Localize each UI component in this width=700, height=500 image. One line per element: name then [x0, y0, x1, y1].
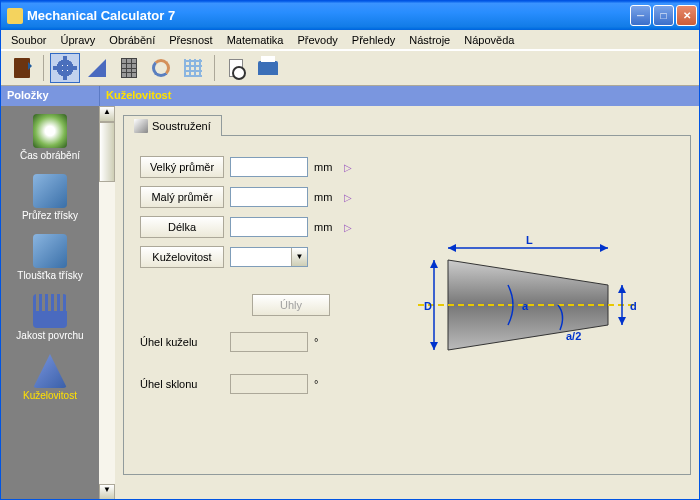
exit-button[interactable] [7, 53, 37, 83]
window-title: Mechanical Calculator 7 [27, 8, 630, 23]
content-header: Kuželovitost [99, 86, 699, 106]
grid-icon [184, 59, 202, 77]
input-delka[interactable] [230, 217, 308, 237]
calculator-icon [121, 58, 137, 78]
print-button[interactable] [253, 53, 283, 83]
menu-napoveda[interactable]: Nápověda [458, 32, 520, 48]
menu-prehledy[interactable]: Přehledy [346, 32, 401, 48]
svg-text:L: L [526, 234, 533, 246]
minimize-button[interactable]: ─ [630, 5, 651, 26]
diagram-svg: L D d a a/2 [408, 230, 648, 380]
chevron-down-icon[interactable]: ▼ [291, 248, 307, 266]
label-uhel-sklonu: Úhel sklonu [140, 378, 224, 390]
menu-presnost[interactable]: Přesnost [163, 32, 218, 48]
scroll-down-button[interactable]: ▼ [99, 484, 115, 500]
printer-icon [258, 61, 278, 75]
clock-icon [33, 114, 67, 148]
sidebar-item-label: Průřez třísky [7, 210, 93, 222]
preview-button[interactable] [221, 53, 251, 83]
menu-nastroje[interactable]: Nástroje [403, 32, 456, 48]
app-icon [7, 8, 23, 24]
workspace: Čas obrábění Průřez třísky Tloušťka třís… [1, 106, 699, 500]
sidebar-item-jakost-povrchu[interactable]: Jakost povrchu [7, 290, 93, 350]
cone-diagram: L D d a a/2 [382, 156, 674, 454]
sidebar: Čas obrábění Průřez třísky Tloušťka třís… [1, 106, 99, 500]
thickness-icon [33, 234, 67, 268]
row-uhly: Úhly [140, 294, 352, 316]
label-delka[interactable]: Délka [140, 216, 224, 238]
separator [43, 55, 44, 81]
tab-label: Soustružení [152, 120, 211, 132]
scroll-thumb[interactable] [99, 122, 115, 182]
preview-icon [229, 59, 243, 77]
scroll-up-button[interactable]: ▲ [99, 106, 115, 122]
row-uhel-sklonu: Úhel sklonu ° [140, 374, 352, 394]
menu-obrabeni[interactable]: Obrábění [103, 32, 161, 48]
gear-icon [55, 58, 75, 78]
output-uhel-sklonu [230, 374, 308, 394]
section-icon [33, 174, 67, 208]
play-icon[interactable]: ▷ [344, 192, 352, 203]
sidebar-item-kuzelovitost[interactable]: Kuželovitost [7, 350, 93, 410]
angle-tool-button[interactable] [82, 53, 112, 83]
panel-header: Položky Kuželovitost [1, 86, 699, 106]
play-icon[interactable]: ▷ [344, 222, 352, 233]
input-form: Velký průměr mm ▷ Malý průměr mm ▷ Délka… [140, 156, 352, 454]
sidebar-header: Položky [1, 86, 99, 106]
label-maly-prumer[interactable]: Malý průměr [140, 186, 224, 208]
main-panel: Soustružení Velký průměr mm ▷ Malý průmě… [115, 106, 699, 500]
unit-mm: mm [314, 191, 338, 203]
input-velky-prumer[interactable] [230, 157, 308, 177]
separator [214, 55, 215, 81]
scroll-track[interactable] [99, 122, 115, 484]
window-buttons: ─ □ ✕ [630, 5, 697, 26]
grid-button[interactable] [178, 53, 208, 83]
menubar: Soubor Úpravy Obrábění Přesnost Matemati… [1, 30, 699, 50]
label-kuzelovitost[interactable]: Kuželovitost [140, 246, 224, 268]
svg-text:a/2: a/2 [566, 330, 581, 342]
unit-mm: mm [314, 221, 338, 233]
label-velky-prumer[interactable]: Velký průměr [140, 156, 224, 178]
cone-icon [33, 354, 67, 388]
input-maly-prumer[interactable] [230, 187, 308, 207]
settings-button[interactable] [50, 53, 80, 83]
maximize-button[interactable]: □ [653, 5, 674, 26]
toolbar [1, 50, 699, 86]
row-maly-prumer: Malý průměr mm ▷ [140, 186, 352, 208]
sidebar-item-prurez-trisky[interactable]: Průřez třísky [7, 170, 93, 230]
svg-marker-12 [618, 317, 626, 325]
tab-icon [134, 119, 148, 133]
combo-value [231, 248, 291, 266]
svg-marker-7 [430, 260, 438, 268]
row-delka: Délka mm ▷ [140, 216, 352, 238]
sidebar-scrollbar[interactable]: ▲ ▼ [99, 106, 115, 500]
surface-icon [33, 294, 67, 328]
sidebar-item-label: Jakost povrchu [7, 330, 93, 342]
svg-marker-8 [430, 342, 438, 350]
refresh-button[interactable] [146, 53, 176, 83]
button-uhly[interactable]: Úhly [252, 294, 330, 316]
svg-marker-11 [618, 285, 626, 293]
triangle-icon [88, 59, 106, 77]
unit-deg: ° [314, 378, 338, 390]
sidebar-item-cas-obrabeni[interactable]: Čas obrábění [7, 110, 93, 170]
play-icon[interactable]: ▷ [344, 162, 352, 173]
unit-deg: ° [314, 336, 338, 348]
row-kuzelovitost: Kuželovitost ▼ [140, 246, 352, 268]
calculator-button[interactable] [114, 53, 144, 83]
unit-mm: mm [314, 161, 338, 173]
combo-kuzelovitost[interactable]: ▼ [230, 247, 308, 267]
menu-matematika[interactable]: Matematika [221, 32, 290, 48]
menu-upravy[interactable]: Úpravy [54, 32, 101, 48]
menu-soubor[interactable]: Soubor [5, 32, 52, 48]
tab-soustruzeni[interactable]: Soustružení [123, 115, 222, 136]
refresh-icon [152, 59, 170, 77]
close-button[interactable]: ✕ [676, 5, 697, 26]
row-uhel-kuzelu: Úhel kuželu ° [140, 332, 352, 352]
sidebar-item-label: Kuželovitost [7, 390, 93, 402]
menu-prevody[interactable]: Převody [291, 32, 343, 48]
sidebar-item-tloustka-trisky[interactable]: Tloušťka třísky [7, 230, 93, 290]
label-uhel-kuzelu: Úhel kuželu [140, 336, 224, 348]
svg-text:D: D [424, 300, 432, 312]
svg-text:d: d [630, 300, 637, 312]
